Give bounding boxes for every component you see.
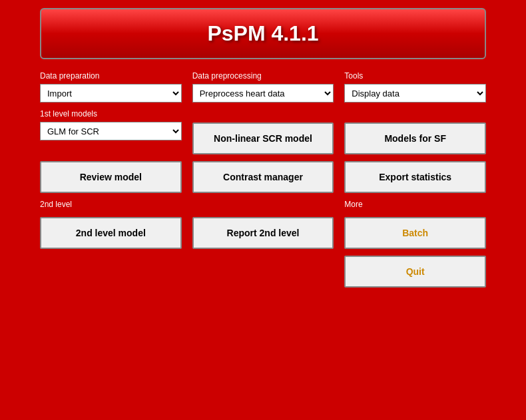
more-label: More: [344, 200, 486, 209]
data-preparation-label: Data preparation: [40, 71, 182, 81]
header-banner: PsPM 4.1.1: [40, 8, 486, 59]
app-title: PsPM 4.1.1: [207, 21, 318, 45]
quit-button[interactable]: Quit: [344, 256, 486, 288]
data-preprocessing-select[interactable]: Preprocess heart data Filter data Downsa…: [192, 84, 334, 103]
models-sf-button[interactable]: Models for SF: [344, 122, 486, 154]
tools-label: Tools: [344, 71, 486, 81]
review-model-button[interactable]: Review model: [40, 161, 182, 193]
data-preprocessing-label: Data preprocessing: [192, 71, 334, 81]
contrast-manager-button[interactable]: Contrast manager: [192, 161, 334, 193]
data-preparation-select[interactable]: Import Trim Merge: [40, 84, 182, 103]
first-level-select[interactable]: GLM for SCR GLM for HP DCM for SCR: [40, 122, 182, 140]
report-2nd-level-button[interactable]: Report 2nd level: [192, 217, 334, 249]
second-level-label: 2nd level: [40, 200, 182, 209]
first-level-label: 1st level models: [40, 109, 182, 118]
second-level-model-button[interactable]: 2nd level model: [40, 217, 182, 249]
batch-button[interactable]: Batch: [344, 217, 486, 249]
export-statistics-button[interactable]: Export statistics: [344, 161, 486, 193]
tools-select[interactable]: Display data Describe data Extract segme…: [344, 84, 486, 103]
non-linear-scr-button[interactable]: Non-linear SCR model: [192, 122, 334, 154]
